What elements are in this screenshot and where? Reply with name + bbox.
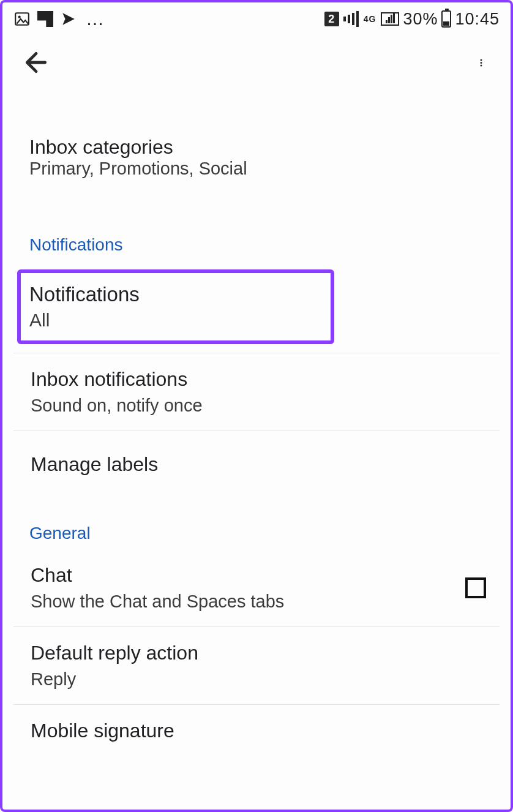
signal2-icon — [381, 12, 399, 26]
picture-icon — [13, 10, 31, 28]
svg-point-2 — [481, 59, 482, 61]
row-subtitle: Sound on, notify once — [31, 396, 203, 416]
signal-icon — [343, 11, 359, 27]
manage-labels-row[interactable]: Manage labels — [13, 431, 500, 498]
status-right: 2 4G 30% 10:45 — [324, 10, 500, 29]
inbox-categories-row[interactable]: Inbox categories Primary, Promotions, So… — [2, 94, 511, 201]
status-bar: … 2 4G 30% 10:45 — [2, 2, 511, 33]
more-notifications-icon: … — [86, 9, 105, 29]
row-title: Inbox notifications — [31, 368, 203, 391]
row-title: Chat — [31, 564, 284, 587]
back-button[interactable] — [24, 51, 48, 76]
section-header-general: General — [2, 498, 511, 549]
row-subtitle: All — [29, 310, 322, 331]
mobile-signature-row[interactable]: Mobile signature — [13, 705, 500, 747]
row-subtitle: Primary, Promotions, Social — [29, 159, 484, 179]
row-subtitle: Show the Chat and Spaces tabs — [31, 592, 284, 612]
svg-point-3 — [481, 62, 482, 64]
svg-point-4 — [481, 65, 482, 67]
clock: 10:45 — [455, 10, 500, 29]
flipboard-icon — [37, 10, 54, 28]
app-bar — [2, 33, 511, 94]
chat-checkbox[interactable] — [465, 577, 486, 598]
svg-point-1 — [18, 16, 21, 18]
notifications-row[interactable]: Notifications All — [17, 269, 334, 344]
row-title: Notifications — [29, 283, 322, 306]
sim-badge: 2 — [324, 12, 339, 26]
network-label: 4G — [364, 14, 376, 24]
inbox-notifications-row[interactable]: Inbox notifications Sound on, notify onc… — [13, 353, 500, 431]
row-title: Manage labels — [31, 453, 158, 476]
battery-percent: 30% — [403, 10, 438, 29]
battery-icon — [441, 10, 451, 28]
overflow-menu-button[interactable] — [474, 51, 492, 76]
row-subtitle: Reply — [31, 669, 198, 690]
chat-row[interactable]: Chat Show the Chat and Spaces tabs — [13, 549, 500, 627]
back-arrow-icon — [23, 49, 50, 78]
send-icon — [60, 10, 77, 28]
row-title: Default reply action — [31, 642, 198, 664]
section-header-notifications: Notifications — [2, 201, 511, 261]
row-title: Inbox categories — [29, 136, 484, 159]
status-left: … — [13, 9, 105, 29]
row-title: Mobile signature — [31, 720, 174, 742]
default-reply-row[interactable]: Default reply action Reply — [13, 627, 500, 705]
settings-list: Inbox categories Primary, Promotions, So… — [2, 94, 511, 747]
more-vert-icon — [479, 50, 487, 77]
